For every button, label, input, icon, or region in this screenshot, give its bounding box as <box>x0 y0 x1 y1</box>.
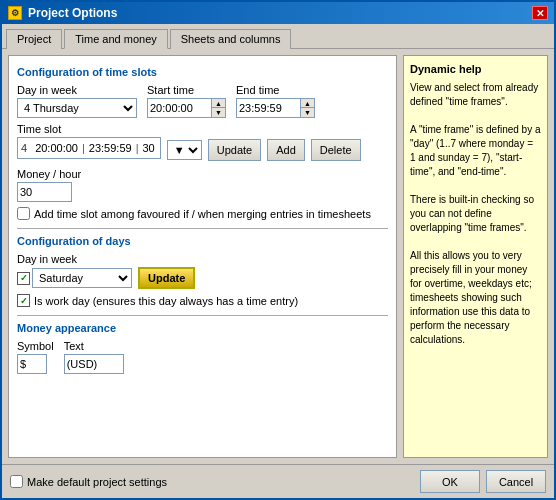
slot-separator2: | <box>136 142 139 154</box>
section-divider-2 <box>17 315 388 316</box>
make-default-group: Make default project settings <box>10 475 167 488</box>
make-default-label: Make default project settings <box>27 476 167 488</box>
help-panel: Dynamic help View and select from alread… <box>403 55 548 458</box>
content-area: Configuration of time slots Day in week … <box>2 49 554 464</box>
make-default-checkbox[interactable] <box>10 475 23 488</box>
day-in-week-label: Day in week <box>17 84 137 96</box>
text-label: Text <box>64 340 124 352</box>
time-slot-label: Time slot <box>17 123 388 135</box>
days-day-in-week-label: Day in week <box>17 253 388 265</box>
start-time-down[interactable]: ▼ <box>212 108 225 117</box>
left-panel: Configuration of time slots Day in week … <box>8 55 397 458</box>
money-section-title: Money appearance <box>17 322 388 334</box>
is-work-day-row: ✓ Is work day (ensures this day always h… <box>17 294 388 307</box>
day-in-week-group: Day in week 4 Thursday <box>17 84 137 118</box>
bottom-bar: Make default project settings OK Cancel <box>2 464 554 498</box>
title-bar: ⚙ Project Options ✕ <box>2 2 554 24</box>
window-icon: ⚙ <box>8 6 22 20</box>
days-day-select[interactable]: Saturday <box>32 268 132 288</box>
slot-separator: | <box>82 142 85 154</box>
time-fields-row: Day in week 4 Thursday Start time 20:00:… <box>17 84 388 118</box>
slot-extra-val: 30 <box>141 142 157 154</box>
add-favoured-checkbox[interactable] <box>17 207 30 220</box>
symbol-input[interactable]: $ <box>17 354 47 374</box>
text-input[interactable]: (USD) <box>64 354 124 374</box>
symbol-label: Symbol <box>17 340 54 352</box>
section-divider-1 <box>17 228 388 229</box>
is-work-day-check-icon: ✓ <box>17 294 30 307</box>
slot-end-time: 23:59:59 <box>87 142 134 154</box>
text-group: Text (USD) <box>64 340 124 374</box>
ok-button[interactable]: OK <box>420 470 480 493</box>
slot-dropdown[interactable]: ▼ <box>167 140 202 160</box>
start-time-group: Start time 20:00:00 ▲ ▼ <box>147 84 226 118</box>
close-button[interactable]: ✕ <box>532 6 548 20</box>
money-hour-label: Money / hour <box>17 168 388 180</box>
saturday-check-icon: ✓ <box>17 272 30 285</box>
time-slot-box: 4 20:00:00 | 23:59:59 | 30 <box>17 137 161 159</box>
add-favoured-label: Add time slot among favoured if / when m… <box>34 208 371 220</box>
end-time-down[interactable]: ▼ <box>301 108 314 117</box>
time-slot-row: 4 20:00:00 | 23:59:59 | 30 ▼ Update Add … <box>17 137 388 163</box>
start-time-label: Start time <box>147 84 226 96</box>
end-time-spin: 23:59:59 ▲ ▼ <box>236 98 315 118</box>
end-time-input[interactable]: 23:59:59 <box>236 98 301 118</box>
delete-slot-button[interactable]: Delete <box>311 139 361 161</box>
update-slot-button[interactable]: Update <box>208 139 261 161</box>
end-time-group: End time 23:59:59 ▲ ▼ <box>236 84 315 118</box>
symbol-group: Symbol $ <box>17 340 54 374</box>
money-hour-group: Money / hour 30 <box>17 168 388 202</box>
window-title: Project Options <box>28 6 117 20</box>
help-title: Dynamic help <box>410 62 541 77</box>
start-time-input[interactable]: 20:00:00 <box>147 98 212 118</box>
tab-project[interactable]: Project <box>6 29 62 49</box>
tab-sheets-columns[interactable]: Sheets and columns <box>170 29 292 49</box>
start-time-up[interactable]: ▲ <box>212 99 225 108</box>
tab-time-money[interactable]: Time and money <box>64 29 168 49</box>
add-slot-button[interactable]: Add <box>267 139 305 161</box>
update-days-button[interactable]: Update <box>138 267 195 289</box>
end-time-arrows: ▲ ▼ <box>301 98 315 118</box>
days-section-title: Configuration of days <box>17 235 388 247</box>
tab-bar: Project Time and money Sheets and column… <box>2 24 554 49</box>
day-in-week-select[interactable]: 4 Thursday <box>17 98 137 118</box>
is-work-day-label: Is work day (ensures this day always has… <box>34 295 298 307</box>
days-row: ✓ Saturday Update <box>17 267 388 289</box>
cancel-button[interactable]: Cancel <box>486 470 546 493</box>
start-time-arrows: ▲ ▼ <box>212 98 226 118</box>
help-content: View and select from already defined "ti… <box>410 81 541 347</box>
money-hour-input[interactable]: 30 <box>17 182 72 202</box>
add-favoured-row: Add time slot among favoured if / when m… <box>17 207 388 220</box>
end-time-up[interactable]: ▲ <box>301 99 314 108</box>
end-time-label: End time <box>236 84 315 96</box>
time-slots-section-title: Configuration of time slots <box>17 66 388 78</box>
days-select-wrapper: ✓ Saturday <box>17 268 132 288</box>
slot-start-time: 20:00:00 <box>33 142 80 154</box>
project-options-window: ⚙ Project Options ✕ Project Time and mon… <box>0 0 556 500</box>
money-appearance-row: Symbol $ Text (USD) <box>17 340 388 379</box>
start-time-spin: 20:00:00 ▲ ▼ <box>147 98 226 118</box>
slot-number: 4 <box>21 142 31 154</box>
